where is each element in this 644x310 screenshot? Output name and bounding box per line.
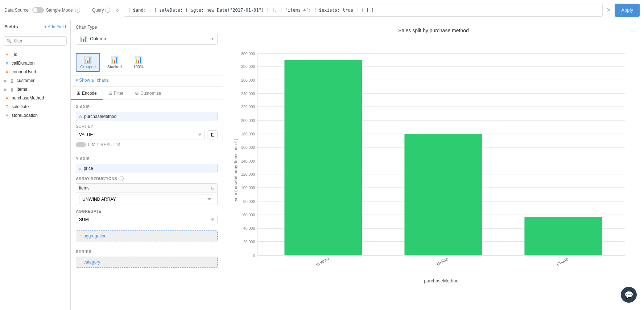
show-all-charts-link[interactable]: ▾ Show all charts <box>76 78 109 83</box>
svg-text:purchaseMethod: purchaseMethod <box>424 278 458 284</box>
field-item-saledate[interactable]: 🗓 saleDate <box>0 102 70 111</box>
svg-text:140,000: 140,000 <box>241 159 255 163</box>
bar-instore[interactable] <box>284 60 362 255</box>
field-type-icon: [] <box>9 87 15 91</box>
query-input[interactable] <box>124 4 603 17</box>
svg-text:20,000: 20,000 <box>243 240 255 244</box>
svg-text:40,000: 40,000 <box>243 226 255 231</box>
chart-type-icon: 📊 <box>80 35 87 42</box>
encode-icon: ⊞ <box>77 90 80 96</box>
bar-phone[interactable] <box>524 217 602 255</box>
field-type-icon: A <box>4 53 9 57</box>
chart-variant-100[interactable]: 📊 100% <box>129 53 148 72</box>
unwind-select[interactable]: UNWIND ARRAY COUNT <box>79 195 214 204</box>
tab-customize[interactable]: ⊜ Customize <box>129 87 167 100</box>
datasource-label: Data Source <box>4 8 29 13</box>
clear-query-button[interactable]: ✕ <box>606 7 611 13</box>
field-list: A _id # callDuration A couponUsed ▶ {} c… <box>0 49 70 310</box>
add-aggregation-button[interactable]: + aggregation <box>76 231 218 241</box>
x-axis-field-pill[interactable]: A purchaseMethod <box>76 112 218 121</box>
query-arrow-button[interactable]: » <box>114 7 120 13</box>
chat-bubble[interactable]: 💬 <box>621 287 637 303</box>
stacked-icon: 📊 <box>111 56 119 64</box>
tab-encode[interactable]: ⊞ Encode <box>71 87 103 100</box>
chart-type-chevron-icon: ▾ <box>211 36 214 41</box>
field-item-storelocation[interactable]: A storeLocation <box>0 111 70 120</box>
chart-type-selector[interactable]: 📊 Column ▾ <box>76 33 218 45</box>
x-field-name: purchaseMethod <box>84 114 214 119</box>
svg-text:220,000: 220,000 <box>241 105 255 109</box>
sample-mode-toggle[interactable] <box>32 7 44 13</box>
add-field-button[interactable]: + Add Field <box>44 24 66 29</box>
field-item[interactable]: # callDuration <box>0 59 70 68</box>
field-type-icon: {} <box>9 78 15 83</box>
top-bar: Data Source Sample Mode i Query i » ✕ Ap… <box>0 0 644 20</box>
aggregate-label: AGGREGATE <box>76 209 218 213</box>
chart-title: Sales split by purchase method <box>230 28 637 33</box>
field-item-customer[interactable]: ▶ {} customer <box>0 76 70 85</box>
bar-online[interactable] <box>404 134 482 255</box>
array-box-header: items ⊡ <box>76 184 217 193</box>
fields-panel: Fields + Add Field 🔍 A _id # callDuratio… <box>0 20 71 310</box>
limit-label: LIMIT RESULTS <box>88 142 120 147</box>
array-box: items ⊡ UNWIND ARRAY COUNT <box>76 183 218 206</box>
svg-text:100,000: 100,000 <box>241 185 255 190</box>
svg-text:120,000: 120,000 <box>241 172 255 176</box>
svg-text:300,000: 300,000 <box>241 52 255 56</box>
expand-icon[interactable]: ▶ <box>4 79 7 83</box>
svg-text:200,000: 200,000 <box>241 118 255 123</box>
customize-icon: ⊜ <box>135 90 139 96</box>
main-layout: Fields + Add Field 🔍 A _id # callDuratio… <box>0 20 644 310</box>
chart-variant-grouped[interactable]: 📊 Grouped <box>76 53 100 72</box>
search-icon: 🔍 <box>7 38 12 44</box>
svg-text:260,000: 260,000 <box>241 78 255 82</box>
fields-header: Fields + Add Field <box>0 20 70 33</box>
field-item-items[interactable]: ▶ [] items <box>0 85 70 94</box>
y-axis-label: Y Axis <box>76 156 218 161</box>
field-type-icon: # <box>4 61 9 65</box>
sort-select[interactable]: VALUE ALPHABETICAL <box>76 130 205 139</box>
y-field-name: price <box>84 166 214 171</box>
sort-select-row: VALUE ALPHABETICAL ⇅ <box>76 130 218 139</box>
aggregate-select[interactable]: SUM AVG COUNT MIN MAX <box>76 215 218 224</box>
fields-search-input[interactable] <box>4 36 67 46</box>
svg-text:240,000: 240,000 <box>241 91 255 96</box>
sort-order-button[interactable]: ⇅ <box>207 130 218 139</box>
array-expand-icon[interactable]: ⊡ <box>211 186 214 191</box>
bar-chart-svg: sum ( unwind array 'items.price' ) 0 20,… <box>230 37 637 303</box>
array-box-body: UNWIND ARRAY COUNT <box>76 193 217 206</box>
field-type-icon: A <box>4 114 9 118</box>
limit-toggle[interactable] <box>76 142 86 147</box>
field-type-icon: A <box>4 70 9 74</box>
100-icon: 📊 <box>135 56 143 64</box>
grouped-icon: 📊 <box>84 56 92 64</box>
chart-area: Sales split by purchase method ⋯ sum ( u… <box>223 20 644 310</box>
field-item[interactable]: A couponUsed <box>0 68 70 76</box>
array-reductions-info-icon[interactable]: i <box>119 176 124 181</box>
field-item[interactable]: A _id <box>0 50 70 59</box>
x-field-type-icon: A <box>79 114 82 119</box>
chart-type-name: Column <box>90 36 209 41</box>
sample-mode-group: Sample Mode i <box>32 7 80 13</box>
query-label: Query i <box>92 8 111 13</box>
svg-text:0: 0 <box>253 253 255 257</box>
show-all-charts: ▾ Show all charts <box>71 76 223 87</box>
svg-text:180,000: 180,000 <box>241 132 255 136</box>
query-info-icon[interactable]: i <box>105 8 110 13</box>
expand-icon[interactable]: ▶ <box>4 87 7 91</box>
tab-filter[interactable]: ⊟ Filter <box>103 87 129 100</box>
y-axis-field-pill[interactable]: # price <box>76 164 218 173</box>
sample-mode-info-icon[interactable]: i <box>75 8 80 13</box>
sample-mode-label: Sample Mode <box>46 8 73 13</box>
chart-variant-stacked[interactable]: 📊 Stacked <box>103 53 126 72</box>
add-category-button[interactable]: + category <box>76 257 218 268</box>
chart-type-header: Chart Type 📊 Column ▾ <box>71 20 223 49</box>
chart-more-button[interactable]: ⋯ <box>630 28 637 36</box>
array-reductions-label: ARRAY REDUCTIONS i <box>76 176 218 181</box>
field-type-icon: 🗓 <box>4 105 9 109</box>
field-item-purchasemethod[interactable]: A purchaseMethod <box>0 94 70 102</box>
x-axis-label: X Axis <box>76 105 218 109</box>
y-axis-section: Y Axis # price ARRAY REDUCTIONS i items … <box>71 152 223 229</box>
apply-button[interactable]: Apply <box>615 4 640 17</box>
svg-text:Online: Online <box>436 256 449 266</box>
